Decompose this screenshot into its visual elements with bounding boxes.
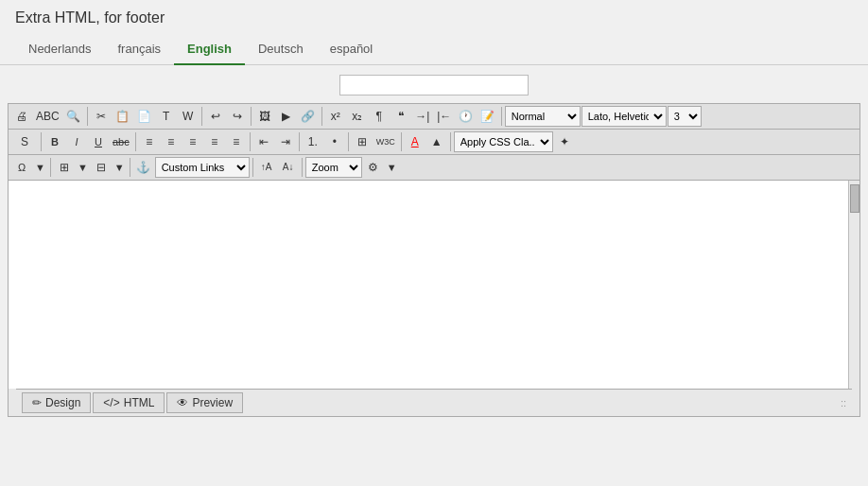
sep5: [501, 107, 502, 126]
tab-nederlands[interactable]: Nederlands: [15, 34, 105, 65]
design-label: Design: [45, 396, 80, 409]
css-class-select[interactable]: Apply CSS Cla...: [454, 131, 553, 152]
bottom-tabs-left: ✏ Design </> HTML 👁 Preview: [22, 392, 243, 413]
html-icon: </>: [103, 396, 119, 409]
indent-btn[interactable]: →|: [412, 106, 433, 127]
strikethrough-btn[interactable]: abc: [110, 131, 132, 152]
para-btn[interactable]: ¶: [369, 106, 390, 127]
print-btn[interactable]: 🖨: [11, 106, 32, 127]
toolbar-row-2: S B I U abc ≡ ≡ ≡ ≡ ≡ ⇤ ⇥ 1. • ⊞ W3C A ▲…: [9, 130, 859, 155]
dropdown-tools[interactable]: ▼: [385, 157, 399, 178]
html-tab[interactable]: </> HTML: [93, 392, 165, 413]
sep16: [302, 158, 303, 177]
back-color-btn[interactable]: ▲: [426, 131, 447, 152]
sep3: [251, 107, 252, 126]
align-justify-btn[interactable]: ≡: [204, 131, 225, 152]
dropdown-layer[interactable]: ▼: [113, 157, 127, 178]
sort-asc-btn[interactable]: ↑A: [256, 157, 277, 178]
sep15: [252, 158, 253, 177]
align-center-btn[interactable]: ≡: [161, 131, 182, 152]
sep8: [250, 132, 251, 151]
image-btn[interactable]: 🖼: [254, 106, 275, 127]
media-btn[interactable]: ▶: [276, 106, 297, 127]
tab-francais[interactable]: français: [105, 34, 175, 65]
link-btn[interactable]: 🔗: [298, 106, 319, 127]
bold-btn[interactable]: B: [44, 131, 65, 152]
design-tab[interactable]: ✏ Design: [22, 392, 91, 413]
ordered-list-btn[interactable]: 1.: [303, 131, 323, 152]
copy-btn[interactable]: 📋: [113, 106, 133, 127]
fore-color-btn[interactable]: A: [405, 131, 425, 152]
sep4: [321, 107, 322, 126]
tabs-bar: Nederlands français English Deutsch espa…: [0, 34, 868, 65]
size-select[interactable]: 3: [668, 106, 702, 127]
align-extra-btn[interactable]: ≡: [226, 131, 247, 152]
bidi-rtl-btn[interactable]: ⇥: [275, 131, 296, 152]
undo-btn[interactable]: ↩: [205, 106, 226, 127]
tab-espanol[interactable]: español: [317, 34, 387, 65]
spell-btn[interactable]: ABC: [33, 106, 62, 127]
underline-btn[interactable]: U: [88, 131, 109, 152]
editor-scrollbar[interactable]: [848, 181, 859, 389]
pastew-btn[interactable]: W: [178, 106, 199, 127]
bottom-tabs: ✏ Design </> HTML 👁 Preview ::: [16, 389, 852, 416]
preview-tab[interactable]: 👁 Preview: [166, 392, 243, 413]
zoom-select[interactable]: Zoom: [305, 157, 362, 178]
sep7: [135, 132, 136, 151]
superscript-btn[interactable]: x²: [325, 106, 346, 127]
blockquote-btn[interactable]: ❝: [391, 106, 411, 127]
dropdown-omega[interactable]: ▼: [33, 157, 47, 178]
strike-label: abc: [113, 136, 130, 148]
symbol-btn[interactable]: Ω: [11, 157, 32, 178]
italic-btn[interactable]: I: [66, 131, 87, 152]
anchor-btn[interactable]: ⚓: [133, 157, 154, 178]
toolbar-row-3: Ω ▼ ⊞ ▼ ⊟ ▼ ⚓ Custom Links ↑A A↓ Zoom ⚙ …: [9, 155, 859, 181]
tools-btn[interactable]: ⚙: [363, 157, 384, 178]
find-btn[interactable]: 🔍: [63, 106, 84, 127]
sep13: [50, 158, 51, 177]
table-op2-btn[interactable]: ⊟: [91, 157, 112, 178]
preview-icon: 👁: [177, 396, 188, 409]
scrollbar-thumb: [850, 184, 859, 213]
pastetext-btn[interactable]: T: [156, 106, 177, 127]
sep10: [348, 132, 349, 151]
editor-wrapper: 🖨 ABC 🔍 ✂ 📋 📄 T W ↩ ↪ 🖼 ▶ 🔗 x² x₂ ¶ ❝ →|…: [8, 103, 860, 417]
paste-btn[interactable]: 📄: [134, 106, 155, 127]
redo-btn[interactable]: ↪: [227, 106, 248, 127]
source-btn[interactable]: 📝: [477, 106, 498, 127]
sep12: [450, 132, 451, 151]
preview-label: Preview: [192, 396, 233, 409]
bold-label: B: [51, 136, 59, 148]
cut-btn[interactable]: ✂: [91, 106, 112, 127]
sep2: [201, 107, 202, 126]
styles-btn[interactable]: S: [11, 131, 38, 152]
tab-english[interactable]: English: [174, 34, 245, 65]
search-input[interactable]: [339, 75, 529, 95]
outdent-btn[interactable]: |←: [434, 106, 455, 127]
align-left-btn[interactable]: ≡: [139, 131, 160, 152]
design-icon: ✏: [32, 396, 42, 409]
cleanup-btn[interactable]: ✦: [554, 131, 575, 152]
resize-handle[interactable]: ::: [841, 397, 846, 408]
unordered-list-btn[interactable]: •: [324, 131, 345, 152]
table-btn[interactable]: ⊞: [352, 131, 373, 152]
format-select[interactable]: Normal: [505, 106, 581, 127]
clock-btn[interactable]: 🕐: [456, 106, 477, 127]
subscript-btn[interactable]: x₂: [347, 106, 368, 127]
font-select[interactable]: Lato, Helvetic...: [582, 106, 667, 127]
align-right-btn[interactable]: ≡: [182, 131, 203, 152]
dropdown-table[interactable]: ▼: [76, 157, 90, 178]
editor-content[interactable]: [9, 181, 859, 389]
tab-deutsch[interactable]: Deutsch: [245, 34, 317, 65]
italic-label: I: [75, 136, 78, 148]
sep14: [130, 158, 130, 177]
symbol-label: Ω: [18, 162, 26, 173]
custom-links-select[interactable]: Custom Links: [155, 157, 250, 178]
bidi-ltr-btn[interactable]: ⇤: [253, 131, 274, 152]
sep1: [87, 107, 88, 126]
w3c-btn[interactable]: W3C: [373, 131, 398, 152]
search-row: [0, 65, 868, 103]
table-op1-btn[interactable]: ⊞: [54, 157, 75, 178]
sort-desc-btn[interactable]: A↓: [278, 157, 299, 178]
sep9: [299, 132, 300, 151]
